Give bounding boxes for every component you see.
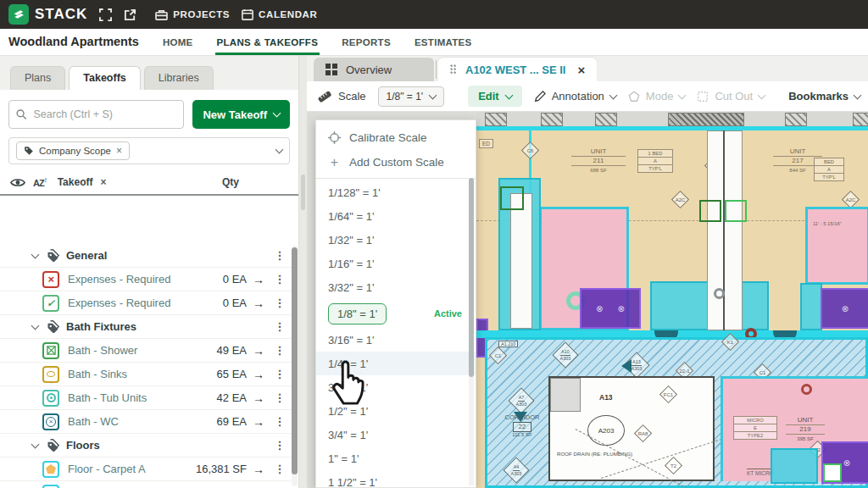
section-arrow (615, 359, 632, 373)
assign-arrow-icon[interactable]: → (253, 391, 264, 405)
tile-room[interactable]: ⊗⊗ (580, 288, 641, 329)
takeoff-group-general[interactable]: General ⋮ (0, 244, 292, 268)
tab-overview[interactable]: Overview (314, 58, 434, 81)
scale-option[interactable]: 1/128" = 1' (316, 180, 476, 204)
tab-home[interactable]: HOME (161, 37, 195, 55)
carpet-b-room[interactable]: MICROETYPE2 UNIT219395 SF A2 KT MICRO ⊗ (721, 376, 868, 481)
scrollbar-thumb[interactable] (292, 247, 298, 474)
takeoff-item-floor-carpet-a[interactable]: Floor - Carpet A 16,381 SF → ⋮ (0, 458, 292, 481)
tab-plans[interactable]: Plans (10, 66, 65, 90)
tab-plans-takeoffs[interactable]: PLANS & TAKEOFFS (215, 37, 320, 55)
scale-option[interactable]: 3/32" = 1' (316, 275, 476, 299)
takeoff-item-bath-shower[interactable]: Bath - Shower 49 EA → ⋮ (0, 339, 292, 363)
open-external-icon[interactable] (124, 8, 136, 21)
sort-az-icon[interactable]: AZ↕ (33, 176, 47, 188)
search-box[interactable] (8, 100, 184, 129)
assign-arrow-icon[interactable]: → (253, 344, 264, 358)
scale-option[interactable]: 1" = 1' (316, 446, 476, 470)
menu-item-add-custom-scale[interactable]: + Add Custom Scale (316, 150, 476, 175)
close-tab-icon[interactable]: × (577, 63, 585, 77)
bookmarks-menu-button[interactable]: Bookmarks (788, 90, 860, 103)
chevron-down-icon[interactable] (31, 440, 40, 448)
kebab-menu-icon[interactable]: ⋮ (271, 415, 288, 428)
kebab-menu-icon[interactable]: ⋮ (271, 344, 288, 357)
drag-handle-icon[interactable] (450, 64, 457, 75)
scale-dropdown[interactable]: 1/8" = 1' (378, 86, 445, 107)
takeoff-item-icon (42, 342, 59, 359)
nav-calendar[interactable]: CALENDAR (242, 8, 317, 20)
tile-room[interactable]: ⊗ (821, 288, 868, 329)
filter-chip-company-scope[interactable]: Company Scope × (16, 141, 130, 160)
scale-option[interactable]: 1/64" = 1' (316, 204, 476, 228)
collapse-all-icon[interactable]: × (100, 176, 106, 188)
tab-takeoffs[interactable]: Takeoffs (69, 66, 140, 90)
takeoff-item-expenses-required-1[interactable]: × Expenses - Required 0 EA → ⋮ (0, 268, 292, 291)
kebab-menu-icon[interactable]: ⋮ (271, 249, 288, 262)
floor-plan-sheet[interactable]: ED UNIT211688 SF 1 BEDATYP'L UNIT217844 … (476, 112, 868, 488)
app-root: STACK PROJECTS CALENDAR Woodland Apartme… (0, 0, 868, 488)
assign-arrow-icon[interactable]: → (253, 368, 264, 381)
takeoff-item-floor-carpet-b[interactable]: Floor - Carpet B 13,624 SF → ⋮ (0, 481, 292, 488)
vct-bath-area[interactable] (800, 283, 822, 330)
edit-menu-button[interactable]: Edit (468, 86, 522, 107)
stack-logo[interactable]: STACK (8, 4, 87, 25)
tab-sheet-a102[interactable]: A102 WEST ... SE II × (438, 58, 597, 81)
fullscreen-icon[interactable] (99, 8, 112, 21)
scale-option-active[interactable]: 1/8" = 1' Active (316, 299, 476, 328)
chevron-down-icon[interactable] (31, 250, 40, 258)
kebab-menu-icon[interactable]: ⋮ (271, 391, 288, 404)
group-label: Bath Fixtures (66, 320, 136, 333)
scale-option[interactable]: 1/2" = 1' (316, 399, 476, 423)
menu-scrollbar[interactable] (469, 178, 474, 485)
sidebar-scrollbar[interactable] (292, 246, 298, 486)
kebab-menu-icon[interactable]: ⋮ (271, 273, 288, 286)
scale-option[interactable]: 3/16" = 1' (316, 328, 476, 352)
scale-option[interactable]: 1/16" = 1' (316, 252, 476, 275)
search-input[interactable] (33, 108, 176, 120)
takeoff-item-bath-tub-units[interactable]: Bath - Tub Units 42 EA → ⋮ (0, 386, 292, 410)
vct-bath-area[interactable] (771, 448, 818, 484)
takeoff-item-bath-wc[interactable]: × Bath - WC 69 EA → ⋮ (0, 410, 292, 434)
project-bar: Woodland Apartments HOME PLANS & TAKEOFF… (0, 29, 868, 56)
nav-projects[interactable]: PROJECTS (155, 9, 230, 20)
kebab-menu-icon[interactable]: ⋮ (271, 297, 288, 309)
kebab-menu-icon[interactable]: ⋮ (271, 320, 288, 333)
chip-close-icon[interactable]: × (116, 145, 122, 157)
grid-icon (326, 64, 337, 75)
cutout-label: Cut Out (715, 90, 753, 103)
visibility-eye-icon[interactable] (10, 177, 25, 188)
chevron-down-icon[interactable] (275, 146, 284, 154)
takeoff-group-bath-fixtures[interactable]: Bath Fixtures ⋮ (0, 315, 292, 339)
scale-option-hovered[interactable]: 1/4" = 1' (316, 352, 476, 375)
menu-item-calibrate-scale[interactable]: Calibrate Scale (316, 125, 476, 150)
assign-arrow-icon[interactable]: → (253, 273, 264, 286)
scale-option[interactable]: 1/32" = 1' (316, 228, 476, 252)
kebab-menu-icon[interactable]: ⋮ (271, 439, 288, 452)
filter-box[interactable]: Company Scope × (8, 137, 290, 164)
keynote-diamond: FC1 (659, 385, 677, 403)
kebab-menu-icon[interactable]: ⋮ (271, 463, 288, 475)
scale-option[interactable]: 1 1/2" = 1' (316, 470, 476, 488)
tab-libraries[interactable]: Libraries (144, 66, 214, 90)
kebab-menu-icon[interactable]: ⋮ (271, 368, 288, 380)
carpet-b-room[interactable]: 11' - 5 15/16" (805, 207, 868, 285)
takeoff-group-floors[interactable]: Floors ⋮ (0, 434, 292, 458)
takeoff-item-bath-sinks[interactable]: Bath - Sinks 65 EA → ⋮ (0, 363, 292, 386)
bath-core (510, 193, 532, 329)
chevron-down-icon[interactable] (31, 321, 40, 330)
assign-arrow-icon[interactable]: → (253, 415, 264, 429)
assign-arrow-icon[interactable]: → (253, 297, 264, 310)
new-takeoff-button[interactable]: New Takeoff (192, 100, 290, 129)
tab-reports[interactable]: REPORTS (340, 37, 392, 55)
scrollbar-thumb[interactable] (469, 178, 474, 377)
scale-option[interactable]: 3/4" = 1' (316, 423, 476, 446)
item-qty: 0 EA (223, 297, 247, 309)
assign-arrow-icon[interactable]: → (253, 463, 264, 476)
takeoff-item-icon: ✓ (42, 295, 59, 312)
tab-estimates[interactable]: ESTIMATES (413, 37, 474, 55)
tag-icon (47, 439, 59, 452)
takeoff-item-expenses-required-2[interactable]: ✓ Expenses - Required 0 EA → ⋮ (0, 291, 292, 315)
annotation-menu-button[interactable]: Annotation (534, 90, 616, 103)
panel-resize-handle[interactable] (298, 56, 307, 488)
scale-option[interactable]: 3/8" = 1' (316, 375, 476, 399)
